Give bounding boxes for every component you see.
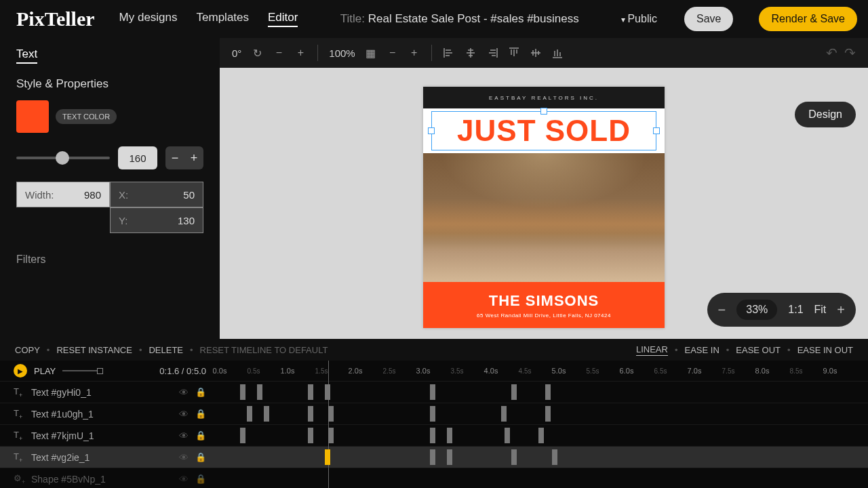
width-field[interactable]: Width:980	[16, 182, 110, 207]
align-right-icon[interactable]	[486, 47, 498, 59]
keyframe[interactable]	[511, 449, 517, 465]
sidebar-section-filters[interactable]: Filters	[16, 253, 203, 266]
redo-icon[interactable]: ↷	[844, 45, 856, 61]
zoom-1to1[interactable]: 1:1	[788, 304, 803, 316]
text-color-swatch[interactable]	[16, 100, 49, 133]
align-bottom-icon[interactable]	[551, 47, 564, 59]
font-size-slider[interactable]	[16, 157, 110, 159]
lock-icon[interactable]: 🔒	[195, 430, 206, 441]
selection-box[interactable]	[431, 111, 656, 150]
keyframe[interactable]	[308, 384, 313, 400]
nav-templates[interactable]: Templates	[197, 11, 249, 27]
action-reset-timeline[interactable]: RESET TIMELINE TO DEFAULT	[200, 345, 328, 355]
keyframe-track[interactable]	[220, 425, 868, 446]
sidebar-section-style[interactable]: Style & Properties	[16, 77, 203, 91]
keyframe[interactable]	[511, 384, 517, 400]
size-increment[interactable]: +	[184, 146, 203, 169]
timeline-ruler[interactable]: 0.0s0.5s1.0s1.5s2.0s2.5s3.0s3.5s4.0s4.5s…	[220, 361, 868, 381]
align-center-h-icon[interactable]	[465, 47, 477, 59]
timeline-row[interactable]: T+Text #gyHi0_1👁🔒	[0, 381, 868, 403]
easing-ease-in-out[interactable]: EASE IN OUT	[797, 345, 853, 355]
undo-icon[interactable]: ↶	[826, 45, 837, 61]
visibility-icon[interactable]: 👁	[179, 474, 189, 485]
keyframe[interactable]	[545, 384, 551, 400]
x-field[interactable]: X:50	[110, 182, 203, 207]
save-button[interactable]: Save	[684, 7, 733, 31]
keyframe[interactable]	[538, 428, 544, 443]
title-area[interactable]: Title: Real Estate Sale Post - #sales #b…	[317, 12, 602, 26]
resize-handle-top[interactable]	[540, 108, 547, 115]
render-save-button[interactable]: Render & Save	[759, 7, 857, 31]
zoom-fit[interactable]: Fit	[814, 304, 827, 316]
zoom-in[interactable]: +	[837, 302, 845, 318]
keyframe[interactable]	[257, 384, 262, 400]
action-copy[interactable]: COPY	[15, 345, 40, 355]
keyframe-track[interactable]	[220, 447, 868, 468]
keyframe[interactable]	[240, 428, 245, 443]
lock-icon[interactable]: 🔒	[195, 474, 206, 484]
nav-my-designs[interactable]: My designs	[119, 11, 178, 27]
y-field[interactable]: Y:130	[110, 207, 203, 233]
timeline-row[interactable]: T+Text #1u0gh_1👁🔒	[0, 403, 868, 424]
keyframe[interactable]	[545, 406, 551, 422]
nav-editor[interactable]: Editor	[268, 11, 298, 27]
opacity-decrement[interactable]: −	[387, 47, 399, 59]
zoom-out[interactable]: −	[718, 302, 726, 318]
sidebar-tab-text[interactable]: Text	[16, 47, 37, 64]
playback-speed-slider[interactable]	[62, 370, 103, 371]
timeline-row[interactable]: T+Text #vg2ie_1👁🔒	[0, 446, 868, 468]
visibility-icon[interactable]: 👁	[179, 387, 189, 398]
keyframe[interactable]	[325, 449, 330, 465]
zoom-percent[interactable]: 33%	[736, 300, 777, 320]
keyframe[interactable]	[447, 449, 452, 465]
easing-linear[interactable]: LINEAR	[636, 344, 668, 356]
align-center-v-icon[interactable]	[530, 47, 542, 59]
poster[interactable]: EASTBAY REALTORS INC. JUST SOLD THE SIMS…	[423, 87, 665, 328]
easing-ease-out[interactable]: EASE OUT	[736, 345, 781, 355]
timeline-row[interactable]: ⚙+Shape #5BvNp_1👁🔒	[0, 468, 868, 488]
keyframe[interactable]	[430, 449, 435, 465]
keyframe[interactable]	[240, 384, 245, 400]
action-delete[interactable]: DELETE	[149, 345, 183, 355]
keyframe-track[interactable]	[220, 468, 868, 488]
size-decrement[interactable]: −	[165, 146, 184, 169]
visibility-dropdown[interactable]: Public	[621, 13, 657, 25]
resize-handle-left[interactable]	[428, 127, 435, 134]
action-reset-instance[interactable]: RESET INSTANCE	[56, 345, 132, 355]
lock-icon[interactable]: 🔒	[195, 452, 206, 462]
keyframe[interactable]	[430, 384, 435, 400]
stage[interactable]: EASTBAY REALTORS INC. JUST SOLD THE SIMS…	[220, 68, 868, 339]
keyframe[interactable]	[264, 406, 269, 422]
timeline-row[interactable]: T+Text #7kjmU_1👁🔒	[0, 424, 868, 446]
align-left-icon[interactable]	[443, 47, 455, 59]
opacity-increment[interactable]: +	[408, 47, 420, 59]
keyframe[interactable]	[430, 406, 435, 422]
design-mode-button[interactable]: Design	[795, 102, 856, 127]
rotate-increment[interactable]: +	[294, 47, 307, 59]
logo[interactable]: PixTeller	[11, 6, 100, 32]
keyframe[interactable]	[247, 406, 252, 422]
keyframe[interactable]	[328, 406, 334, 422]
keyframe[interactable]	[308, 428, 313, 443]
font-size-input[interactable]	[118, 146, 157, 169]
resize-handle-right[interactable]	[653, 127, 660, 134]
lock-icon[interactable]: 🔒	[195, 409, 206, 419]
rotate-decrement[interactable]: −	[273, 47, 285, 59]
play-button[interactable]: ▶	[14, 364, 27, 378]
keyframe-track[interactable]	[220, 403, 868, 424]
keyframe-track[interactable]	[220, 382, 868, 403]
rotate-icon[interactable]: ↻	[251, 47, 263, 59]
keyframe[interactable]	[325, 384, 330, 400]
easing-ease-in[interactable]: EASE IN	[684, 345, 719, 355]
keyframe[interactable]	[552, 449, 557, 465]
align-top-icon[interactable]	[508, 47, 520, 59]
keyframe[interactable]	[501, 406, 507, 422]
keyframe[interactable]	[430, 428, 435, 443]
transparency-icon[interactable]: ▦	[365, 47, 377, 59]
lock-icon[interactable]: 🔒	[195, 387, 206, 397]
visibility-icon[interactable]: 👁	[179, 430, 189, 441]
keyframe[interactable]	[505, 428, 510, 443]
keyframe[interactable]	[447, 428, 452, 443]
slider-knob[interactable]	[56, 151, 69, 165]
keyframe[interactable]	[308, 406, 313, 422]
